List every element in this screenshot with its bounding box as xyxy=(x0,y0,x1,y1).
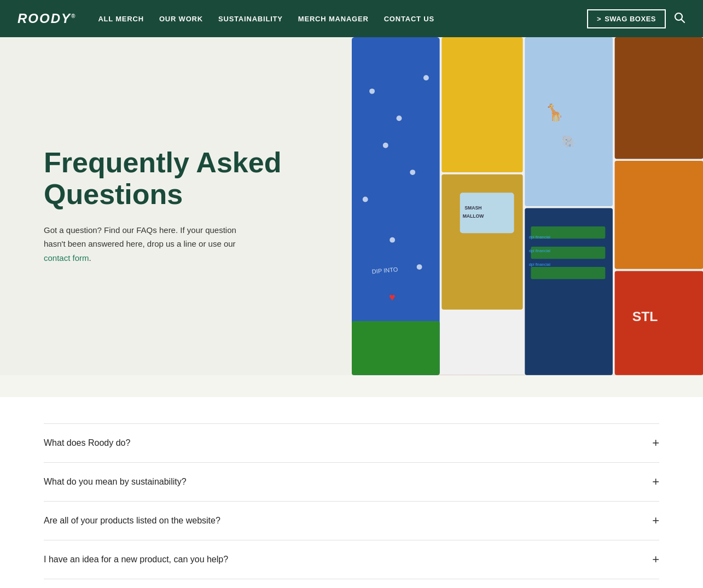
socks-svg: 🦒 🐘 STL SMASH MALLOW dp xyxy=(352,37,704,375)
faq-plus-1: + xyxy=(652,475,659,489)
nav-left: ROODY® ALL MERCH OUR WORK SUSTAINABILITY… xyxy=(18,11,434,26)
nav-link-merch-manager[interactable]: MERCH MANAGER xyxy=(298,15,369,23)
svg-point-4 xyxy=(369,89,375,94)
logo-sup: ® xyxy=(71,13,76,19)
svg-line-1 xyxy=(682,19,685,22)
svg-rect-21 xyxy=(614,37,703,159)
logo-text: ROODY xyxy=(18,11,71,26)
hero-title: Frequently Asked Questions xyxy=(44,147,319,209)
swag-btn-prefix: > xyxy=(597,15,601,23)
faq-item-0[interactable]: What does Roody do? + xyxy=(44,423,659,463)
svg-text:🐘: 🐘 xyxy=(561,134,577,149)
faq-question-2: Are all of your products listed on the w… xyxy=(44,516,220,526)
svg-point-8 xyxy=(362,197,368,202)
svg-text:dpl financial: dpl financial xyxy=(528,248,550,253)
svg-rect-23 xyxy=(614,271,703,375)
hero-section: Frequently Asked Questions Got a questio… xyxy=(0,37,703,375)
svg-point-5 xyxy=(396,115,402,121)
socks-image: 🦒 🐘 STL SMASH MALLOW dp xyxy=(352,37,704,375)
spacer xyxy=(0,375,703,397)
svg-text:MALLOW: MALLOW xyxy=(462,213,484,219)
faq-question-0: What does Roody do? xyxy=(44,438,130,448)
search-button[interactable] xyxy=(673,11,685,26)
svg-rect-25 xyxy=(352,321,440,375)
svg-rect-12 xyxy=(441,37,522,172)
nav-link-contact-us[interactable]: CONTACT US xyxy=(384,15,434,23)
faq-item-2[interactable]: Are all of your products listed on the w… xyxy=(44,502,659,540)
svg-point-6 xyxy=(382,143,388,148)
svg-text:STL: STL xyxy=(632,309,658,324)
svg-rect-20 xyxy=(531,267,605,279)
nav-link-our-work[interactable]: OUR WORK xyxy=(159,15,203,23)
faq-item-4[interactable]: Can I send through a design I'd like to … xyxy=(44,579,659,588)
svg-text:🦒: 🦒 xyxy=(544,103,565,123)
nav-links: ALL MERCH OUR WORK SUSTAINABILITY MERCH … xyxy=(98,15,434,23)
swag-btn-label: SWAG BOXES xyxy=(605,15,656,23)
svg-text:SMASH: SMASH xyxy=(464,205,481,211)
faq-item-1[interactable]: What do you mean by sustainability? + xyxy=(44,463,659,502)
faq-question-3: I have an idea for a new product, can yo… xyxy=(44,555,228,564)
nav-right: > SWAG BOXES xyxy=(587,9,685,28)
logo[interactable]: ROODY® xyxy=(18,11,76,26)
nav-link-sustainability[interactable]: SUSTAINABILITY xyxy=(218,15,283,23)
main-nav: ROODY® ALL MERCH OUR WORK SUSTAINABILITY… xyxy=(0,0,703,37)
svg-text:dpl financial: dpl financial xyxy=(528,235,550,240)
svg-text:♥: ♥ xyxy=(388,291,395,303)
svg-point-7 xyxy=(410,170,415,175)
hero-text: Frequently Asked Questions Got a questio… xyxy=(0,37,352,375)
hero-description: Got a question? Find our FAQs here. If y… xyxy=(44,223,252,265)
contact-form-link[interactable]: contact form xyxy=(44,253,89,263)
faq-item-3[interactable]: I have an idea for a new product, can yo… xyxy=(44,540,659,579)
svg-point-9 xyxy=(423,75,428,80)
faq-section: What does Roody do? + What do you mean b… xyxy=(0,397,703,588)
faq-plus-3: + xyxy=(652,552,659,567)
search-icon xyxy=(673,11,685,26)
svg-point-10 xyxy=(390,237,395,243)
svg-text:dpl financial: dpl financial xyxy=(528,262,550,267)
faq-question-1: What do you mean by sustainability? xyxy=(44,477,187,487)
svg-rect-14 xyxy=(525,37,613,206)
svg-point-11 xyxy=(416,264,422,270)
faq-plus-0: + xyxy=(652,436,659,450)
nav-link-all-merch[interactable]: ALL MERCH xyxy=(98,15,144,23)
svg-rect-22 xyxy=(614,161,703,269)
faq-plus-2: + xyxy=(652,514,659,528)
swag-boxes-button[interactable]: > SWAG BOXES xyxy=(587,9,666,28)
hero-image: 🦒 🐘 STL SMASH MALLOW dp xyxy=(352,37,704,375)
